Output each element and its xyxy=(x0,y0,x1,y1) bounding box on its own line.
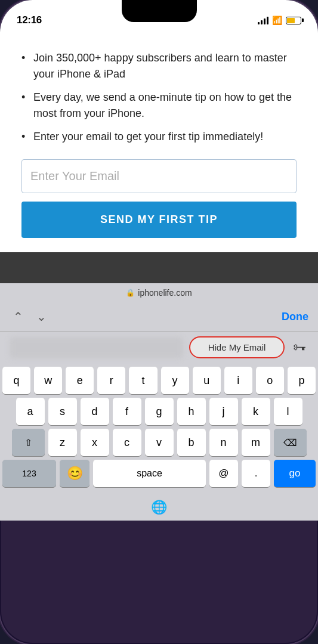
key-row-1: q w e r t y u i o p xyxy=(2,367,316,394)
web-content-area: Join 350,000+ happy subscribers and lear… xyxy=(0,32,318,252)
key-s[interactable]: s xyxy=(48,398,77,425)
go-key[interactable]: go xyxy=(274,460,316,487)
emoji-key[interactable]: 😊 xyxy=(60,460,89,487)
keyboard-toolbar: ⌃ ⌄ Done xyxy=(0,302,318,332)
email-input[interactable] xyxy=(30,169,288,183)
email-input-wrapper[interactable] xyxy=(21,159,297,193)
key-g[interactable]: g xyxy=(145,398,174,425)
key-i[interactable]: i xyxy=(224,367,252,394)
hide-my-email-suggestion[interactable]: Hide My Email xyxy=(189,336,285,358)
key-c[interactable]: c xyxy=(113,429,141,456)
notch xyxy=(122,0,197,22)
key-a[interactable]: a xyxy=(16,398,45,425)
phone-frame: 12:16 📶 Join 350,000+ happy subscribers … xyxy=(0,0,318,644)
space-key[interactable]: space xyxy=(93,460,206,487)
nav-arrows: ⌃ ⌄ xyxy=(10,307,50,326)
wifi-icon: 📶 xyxy=(272,16,282,25)
key-q[interactable]: q xyxy=(2,367,30,394)
delete-key[interactable]: ⌫ xyxy=(274,429,307,456)
key-row-2: a s d f g h j k l xyxy=(2,398,316,425)
key-x[interactable]: x xyxy=(81,429,109,456)
key-y[interactable]: y xyxy=(161,367,189,394)
send-first-tip-button[interactable]: SEND MY FIRST TIP xyxy=(21,202,297,238)
status-time: 12:16 xyxy=(17,14,42,26)
key-row-3: ⇧ z x c v b n m ⌫ xyxy=(2,429,316,456)
next-field-button[interactable]: ⌄ xyxy=(33,307,50,326)
period-key[interactable]: . xyxy=(242,460,270,487)
signal-bars-icon xyxy=(258,16,268,24)
autocomplete-bar: Hide My Email 🗝 xyxy=(0,332,318,363)
lock-icon: 🔒 xyxy=(126,289,135,297)
autocomplete-left-blur xyxy=(10,337,183,358)
globe-icon[interactable]: 🌐 xyxy=(151,500,167,515)
at-key[interactable]: @ xyxy=(209,460,238,487)
key-row-4: 123 😊 space @ . go xyxy=(2,460,316,487)
key-b[interactable]: b xyxy=(177,429,206,456)
key-u[interactable]: u xyxy=(193,367,221,394)
key-m[interactable]: m xyxy=(242,429,270,456)
key-l[interactable]: l xyxy=(274,398,302,425)
key-icon: 🗝 xyxy=(291,338,308,358)
list-item: Every day, we send a one-minute tip on h… xyxy=(21,89,297,122)
key-d[interactable]: d xyxy=(81,398,109,425)
key-v[interactable]: v xyxy=(145,429,174,456)
numbers-key[interactable]: 123 xyxy=(2,460,56,487)
battery-icon xyxy=(286,17,301,24)
domain-label: iphonelife.com xyxy=(138,288,192,298)
key-r[interactable]: r xyxy=(97,367,125,394)
keyboard: q w e r t y u i o p a s d f g h j k l ⇧ … xyxy=(0,363,318,494)
shift-key[interactable]: ⇧ xyxy=(12,429,45,456)
key-z[interactable]: z xyxy=(48,429,77,456)
prev-field-button[interactable]: ⌃ xyxy=(10,307,27,326)
bottom-bar: 🌐 xyxy=(0,494,318,521)
key-h[interactable]: h xyxy=(177,398,206,425)
key-n[interactable]: n xyxy=(209,429,238,456)
key-j[interactable]: j xyxy=(209,398,238,425)
key-p[interactable]: p xyxy=(288,367,316,394)
list-item: Enter your email to get your first tip i… xyxy=(21,129,297,145)
status-icons: 📶 xyxy=(258,16,301,25)
dark-separator xyxy=(0,252,318,283)
key-t[interactable]: t xyxy=(129,367,157,394)
done-button[interactable]: Done xyxy=(282,311,308,323)
key-e[interactable]: e xyxy=(66,367,94,394)
feature-list: Join 350,000+ happy subscribers and lear… xyxy=(21,50,297,145)
key-o[interactable]: o xyxy=(256,367,284,394)
list-item: Join 350,000+ happy subscribers and lear… xyxy=(21,50,297,82)
key-k[interactable]: k xyxy=(242,398,270,425)
key-f[interactable]: f xyxy=(113,398,141,425)
address-bar-area: 🔒 iphonelife.com xyxy=(0,283,318,302)
key-w[interactable]: w xyxy=(34,367,62,394)
